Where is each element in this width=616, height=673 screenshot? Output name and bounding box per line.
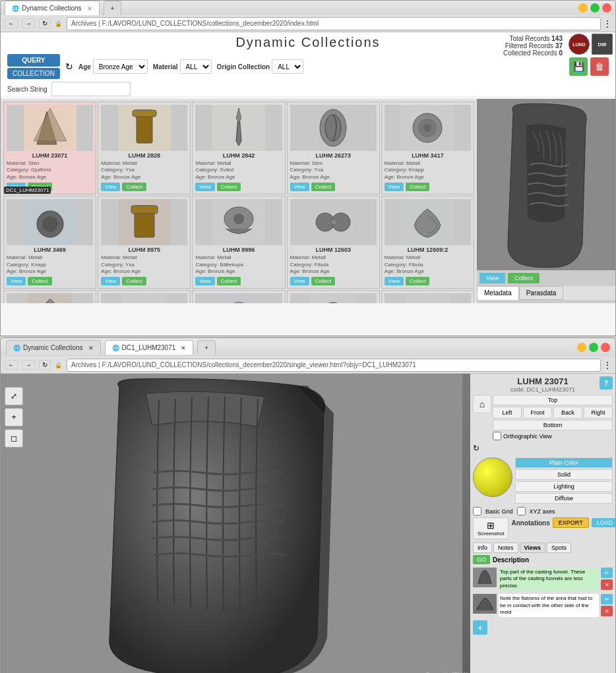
item-card-11[interactable] — [98, 290, 191, 303]
basic-grid-checkbox[interactable] — [473, 507, 481, 515]
add-annotation-btn[interactable]: + — [473, 620, 487, 635]
collect-btn-3[interactable]: Collect — [311, 183, 335, 191]
view-btn-3[interactable]: View — [290, 183, 309, 191]
view-btn-5[interactable]: View — [7, 277, 26, 285]
bottom-back-btn[interactable]: ← — [5, 360, 18, 370]
3d-viewer[interactable]: ⤢ + ◻ Powered by 3DLUM — [1, 374, 470, 673]
bottom-tab-item-close[interactable]: ✕ — [181, 345, 186, 351]
tab-notes[interactable]: Notes — [493, 542, 518, 553]
bottom-settings-btn[interactable]: ⋮ — [603, 361, 611, 370]
collect-btn-7[interactable]: Collect — [217, 277, 241, 285]
view-btn-9[interactable]: View — [385, 277, 404, 285]
ann-del-btn-1[interactable]: ✕ — [601, 606, 613, 616]
tab-info[interactable]: Info — [473, 542, 492, 553]
diffuse-btn[interactable]: Diffuse — [515, 493, 613, 504]
home-btn[interactable]: ⌂ — [473, 395, 491, 413]
minimize-btn[interactable] — [578, 3, 588, 13]
collect-btn-4[interactable]: Collect — [406, 183, 429, 191]
close-btn[interactable] — [602, 3, 611, 13]
item-card-6[interactable]: LUHM 8975 Material: Metall Category: Yxa… — [98, 196, 191, 289]
go-btn[interactable]: GO — [473, 555, 490, 564]
panel-view-btn[interactable]: View — [479, 273, 505, 283]
export-btn[interactable]: EXPORT — [553, 517, 589, 528]
view-btn-1[interactable]: View — [101, 183, 120, 191]
item-card-8[interactable]: LUHM 12603 Material: Metall Category: Fi… — [287, 196, 380, 289]
nav-back-btn[interactable]: Back — [553, 407, 582, 419]
xyz-axes-checkbox[interactable] — [517, 507, 526, 515]
solid-btn[interactable]: Solid — [515, 469, 613, 480]
item-card-2[interactable]: LUHM 2842 Material: Metall Category: Svä… — [192, 102, 285, 194]
bottom-tab-dc[interactable]: 🌐 Dynamic Collections ✕ — [6, 340, 101, 355]
item-card-14[interactable] — [381, 290, 474, 303]
load-btn[interactable]: LOAD — [592, 518, 615, 527]
reload-btn[interactable]: ↻ — [39, 18, 51, 28]
forward-btn[interactable]: → — [22, 18, 35, 28]
bottom-address-bar[interactable]: Archives | F:/LAVORO/LUND_COLLECTIONS/co… — [67, 359, 601, 372]
bottom-maximize-btn[interactable] — [589, 343, 598, 352]
item-card-1[interactable]: LUHM 2828 Material: Metall Category: Yxa… — [98, 102, 191, 194]
item-card-0[interactable]: LUHM 23071 Material: Sten Category: Gjut… — [3, 102, 96, 194]
bottom-tab-new[interactable]: + — [197, 340, 216, 355]
ann-edit-btn-0[interactable]: ✏ — [601, 568, 613, 578]
age-filter-select[interactable]: Bronze Age — [93, 59, 148, 74]
nav-top-btn[interactable]: Top — [493, 395, 613, 405]
collect-btn-9[interactable]: Collect — [406, 277, 429, 285]
nav-right-btn[interactable]: Right — [584, 407, 613, 419]
maximize-btn[interactable] — [590, 3, 600, 13]
query-btn[interactable]: QUERY — [7, 54, 60, 67]
panel-collect-btn[interactable]: Collect — [508, 273, 539, 283]
collect-btn-5[interactable]: Collect — [28, 277, 51, 285]
bottom-reload-btn[interactable]: ↻ — [39, 360, 51, 370]
help-btn[interactable]: ? — [600, 376, 613, 390]
item-card-10[interactable] — [3, 290, 96, 303]
lighting-btn[interactable]: Lighting — [515, 481, 613, 492]
view-btn-8[interactable]: View — [290, 277, 309, 285]
collect-btn-1[interactable]: Collect — [122, 183, 146, 191]
tab-spots[interactable]: Spots — [547, 542, 571, 553]
save-icon-btn[interactable]: 💾 — [569, 57, 588, 76]
item-card-5[interactable]: LUHM 3469 Material: Metall Category: Kna… — [3, 196, 96, 289]
tab-dynamic-collections[interactable]: 🌐 Dynamic Collections ✕ — [5, 1, 100, 15]
bottom-close-btn[interactable] — [601, 343, 610, 352]
nav-left-btn[interactable]: Left — [493, 407, 522, 419]
zoom-out-btn[interactable]: + — [5, 408, 23, 426]
item-card-7[interactable]: LUHM 8996 Material: Metall Category: Bäl… — [192, 196, 285, 289]
zoom-in-btn[interactable]: ⤢ — [5, 387, 23, 405]
item-card-13[interactable] — [287, 290, 380, 303]
nav-front-btn[interactable]: Front — [523, 407, 552, 419]
nav-bottom-btn[interactable]: Bottom — [493, 420, 613, 430]
item-card-4[interactable]: LUHM 3417 Material: Metall Category: Kna… — [381, 102, 474, 194]
material-filter-select[interactable]: ALL — [180, 59, 212, 74]
ortho-checkbox[interactable] — [493, 432, 501, 440]
origin-filter-select[interactable]: ALL — [272, 59, 303, 74]
item-card-3[interactable]: LUHM 26273 Material: Sten Category: Yxa … — [287, 102, 380, 194]
tab-close[interactable]: ✕ — [87, 5, 92, 12]
ann-del-btn-0[interactable]: ✕ — [601, 579, 613, 590]
item-card-9[interactable]: LUHM 12609:2 Material: Metall Category: … — [381, 196, 474, 289]
delete-icon-btn[interactable]: 🗑 — [590, 57, 609, 76]
view-btn-4[interactable]: View — [385, 183, 404, 191]
screenshot-btn[interactable]: ⊞ Screenshot — [473, 517, 508, 539]
metadata-tab[interactable]: Metadata — [477, 286, 519, 300]
item-card-12[interactable] — [192, 290, 285, 303]
settings-btn[interactable]: ⋮ — [603, 19, 611, 28]
3d-view-btn[interactable]: ◻ — [5, 429, 23, 448]
view-btn-7[interactable]: View — [195, 277, 214, 285]
address-bar[interactable]: Archives | F:/LAVORO/LUND_COLLECTIONS/co… — [67, 17, 601, 30]
view-btn-2[interactable]: View — [195, 183, 214, 191]
collect-btn-2[interactable]: Collect — [217, 183, 241, 191]
bottom-tab-dc-close[interactable]: ✕ — [88, 345, 94, 351]
search-input[interactable] — [51, 82, 131, 96]
collect-btn-6[interactable]: Collect — [122, 277, 146, 285]
tab-views[interactable]: Views — [520, 542, 545, 553]
back-btn[interactable]: ← — [5, 18, 18, 28]
reload-scene-btn[interactable]: ↻ — [473, 444, 479, 453]
bottom-minimize-btn[interactable] — [577, 343, 586, 352]
bottom-tab-item[interactable]: 🌐 DC1_LUHM23071 ✕ — [105, 340, 194, 355]
refresh-btn[interactable]: ↻ — [65, 61, 73, 72]
collection-btn[interactable]: COLLECTION — [7, 68, 60, 79]
view-btn-6[interactable]: View — [101, 277, 120, 285]
tab-new[interactable]: + — [104, 1, 122, 15]
collect-btn-8[interactable]: Collect — [311, 277, 335, 285]
plain-color-btn[interactable]: Plain Color — [515, 457, 613, 468]
